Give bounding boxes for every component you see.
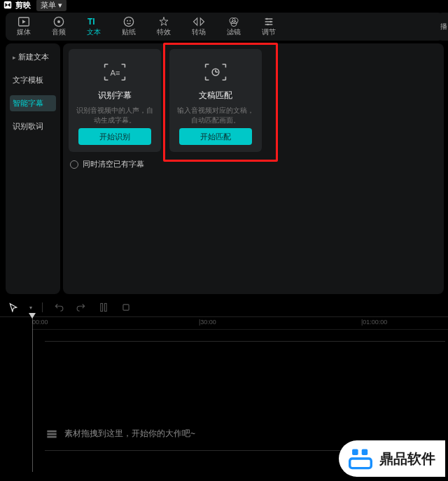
sidebar-item-label: 新建文本 (18, 52, 49, 62)
ruler-tick: |30:00 (199, 319, 216, 326)
divider (42, 302, 43, 312)
sticker-icon (123, 16, 134, 27)
audio-icon (53, 16, 64, 27)
tool-media[interactable]: 媒体 (11, 16, 36, 37)
tool-label: 媒体 (17, 27, 31, 37)
timeline-ruler[interactable]: 00:00 |30:00 |01:00:00 (32, 317, 448, 330)
watermark-icon (349, 447, 372, 470)
svg-point-12 (270, 21, 272, 23)
sidebar-item-lyrics[interactable]: 识别歌词 (10, 118, 56, 134)
svg-rect-19 (47, 430, 56, 432)
right-panel-sliver: 播 (440, 13, 448, 41)
svg-rect-21 (47, 435, 56, 438)
filter-icon (228, 16, 239, 27)
svg-point-13 (267, 24, 269, 26)
sidebar-item-label: 识别歌词 (13, 121, 43, 132)
sidebar-item-label: 智能字幕 (13, 98, 43, 109)
sidebar-item-newtext[interactable]: ▸ 新建文本 (10, 49, 56, 65)
card-script-match: 文稿匹配 输入音视频对应的文稿，自动匹配画面。 开始匹配 (169, 49, 262, 152)
svg-point-5 (124, 17, 133, 26)
card-title: 文稿匹配 (199, 90, 232, 102)
cursor-tool[interactable] (7, 301, 20, 314)
app-logo: 剪映 (3, 0, 31, 11)
timeline-toolbar: ▾ (0, 298, 448, 316)
tool-text[interactable]: TI 文本 (81, 16, 106, 37)
tool-label: 转场 (192, 27, 206, 37)
card-title: 识别字幕 (98, 90, 132, 102)
tool-label: 贴纸 (122, 27, 136, 37)
tool-effect[interactable]: 特效 (151, 16, 176, 37)
media-icon (18, 16, 29, 27)
svg-point-3 (57, 20, 60, 23)
adjust-icon (263, 16, 274, 27)
svg-point-11 (266, 18, 268, 20)
sidebar-item-label: 文字模板 (13, 75, 43, 85)
tool-sticker[interactable]: 贴纸 (116, 16, 141, 37)
svg-rect-18 (123, 305, 129, 310)
playhead[interactable] (32, 317, 33, 472)
start-recognize-button[interactable]: 开始识别 (78, 128, 151, 145)
transition-icon (192, 16, 205, 27)
tool-adjust[interactable]: 调节 (256, 16, 281, 37)
svg-rect-16 (101, 303, 103, 311)
menu-label: 菜单 (41, 0, 56, 11)
app-logo-icon (3, 0, 13, 10)
sidebar: ▸ 新建文本 文字模板 智能字幕 识别歌词 (6, 43, 60, 294)
stack-icon (46, 429, 57, 439)
sidebar-item-smartsub[interactable]: 智能字幕 (10, 95, 56, 111)
clear-subtitles-checkbox[interactable]: 同时清空已有字幕 (69, 159, 438, 169)
tool-label: 文本 (87, 27, 101, 37)
caret-right-icon: ▸ (13, 54, 16, 61)
delete-tool[interactable] (120, 301, 132, 314)
recognize-icon: A≡ (101, 62, 129, 83)
empty-hint-text: 素材拖拽到这里，开始你的大作吧~ (64, 428, 195, 440)
svg-text:A≡: A≡ (111, 69, 120, 77)
tool-label: 调节 (262, 27, 276, 37)
svg-point-7 (130, 20, 131, 22)
ruler-tick: |01:00:00 (361, 319, 387, 326)
svg-rect-22 (352, 449, 358, 455)
undo-tool[interactable] (52, 301, 65, 314)
app-name: 剪映 (15, 0, 31, 11)
svg-text:TI: TI (88, 17, 95, 27)
track-border (45, 341, 445, 342)
main-toolbar: 媒体 音频 TI 文本 贴纸 特效 转场 滤镜 调节 (6, 13, 444, 41)
tool-label: 音频 (52, 27, 66, 37)
match-icon (202, 62, 230, 83)
svg-rect-17 (104, 303, 106, 311)
checkbox-label: 同时清空已有字幕 (83, 159, 144, 169)
sidebar-item-template[interactable]: 文字模板 (10, 72, 56, 88)
card-desc: 识别音视频中的人声，自动生成字幕。 (76, 106, 154, 125)
chevron-down-icon[interactable]: ▾ (29, 305, 32, 311)
card-desc: 输入音视频对应的文稿，自动匹配画面。 (176, 106, 255, 125)
redo-tool[interactable] (75, 301, 88, 314)
tool-label: 滤镜 (227, 27, 241, 37)
split-tool[interactable] (97, 301, 110, 314)
tool-audio[interactable]: 音频 (46, 16, 71, 37)
tool-filter[interactable]: 滤镜 (221, 16, 246, 37)
svg-rect-20 (47, 433, 56, 435)
watermark: 鼎品软件 (339, 440, 445, 477)
empty-track-hint: 素材拖拽到这里，开始你的大作吧~ (46, 428, 448, 440)
title-bar: 剪映 菜单 ▾ (0, 0, 448, 10)
radio-icon (70, 160, 78, 169)
card-recognize-subtitle: A≡ 识别字幕 识别音视频中的人声，自动生成字幕。 开始识别 (69, 49, 161, 152)
start-match-button[interactable]: 开始匹配 (179, 128, 252, 145)
text-icon: TI (88, 16, 100, 27)
main-panel: A≡ 识别字幕 识别音视频中的人声，自动生成字幕。 开始识别 文稿匹配 输入音视… (63, 43, 444, 294)
chevron-down-icon: ▾ (58, 1, 62, 10)
effect-icon (158, 16, 169, 27)
watermark-text: 鼎品软件 (379, 449, 435, 468)
tool-transition[interactable]: 转场 (186, 16, 211, 37)
svg-point-6 (127, 20, 128, 22)
svg-rect-23 (362, 449, 368, 455)
menu-dropdown[interactable]: 菜单 ▾ (36, 0, 66, 11)
tool-label: 特效 (157, 27, 171, 37)
svg-rect-24 (350, 459, 372, 468)
